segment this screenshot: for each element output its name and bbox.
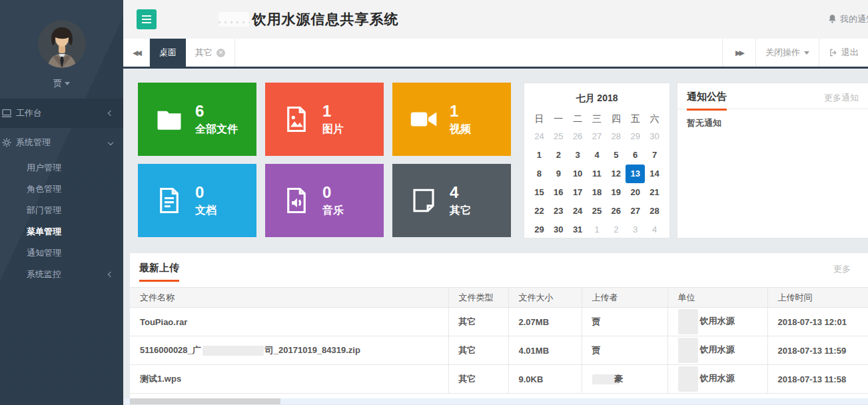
stat-card-documents[interactable]: 0文档 [138,164,256,237]
table-row[interactable]: 5116000028_广司_20171019_84319.zip 其它 4.01… [130,336,868,365]
calendar-day[interactable]: 2 [549,146,568,165]
calendar-day[interactable]: 4 [588,146,607,165]
calendar-day[interactable]: 29 [530,220,549,239]
avatar[interactable] [38,20,86,68]
double-chevron-left-icon: ◀◀ [133,49,140,57]
calendar-day[interactable]: 25 [588,202,607,220]
sidebar-item-system[interactable]: 系统管理 [0,128,123,157]
calendar-day[interactable]: 28 [645,202,664,220]
username[interactable]: 贾 [0,77,123,89]
my-notifications-link[interactable]: 我的通知 [827,13,868,25]
sidebar-subitem-label: 部门管理 [27,205,61,215]
close-operations-dropdown[interactable]: 关闭操作 [755,39,819,67]
calendar-day[interactable]: 10 [568,165,588,183]
logout-button[interactable]: 退出 [819,39,868,67]
calendar-day[interactable]: 28 [606,127,626,146]
sidebar-item-menus[interactable]: 菜单管理 [0,221,123,242]
calendar-day[interactable]: 26 [606,202,626,220]
sidebar-subitem-label: 系统监控 [27,269,61,279]
sidebar-subitem-label: 角色管理 [27,184,61,194]
calendar-day[interactable]: 1 [588,220,607,239]
hamburger-menu-button[interactable] [137,9,157,29]
uploads-panel-header: 最新上传 更多 [130,253,868,287]
stat-card-videos[interactable]: 1视频 [392,83,511,156]
cell-uploader: 贾 [582,336,667,365]
calendar-day[interactable]: 21 [645,183,664,202]
close-tab-icon[interactable]: ✕ [217,49,225,57]
calendar-day[interactable]: 6 [626,146,645,165]
caret-down-icon [65,82,70,85]
table-row[interactable]: 测试1.wps 其它 9.0KB 豪 饮用水源 2018-07-13 11:58 [130,365,868,394]
calendar-day[interactable]: 25 [549,127,568,146]
scrollbar-thumb[interactable] [130,398,280,404]
calendar-day[interactable]: 3 [626,220,645,239]
sidebar-subitem-label: 通知管理 [27,248,61,258]
sidebar-item-monitor[interactable]: 系统监控 [0,264,123,285]
calendar-day[interactable]: 31 [568,220,588,239]
calendar-day[interactable]: 23 [549,202,568,220]
sidebar-item-users[interactable]: 用户管理 [0,157,123,179]
calendar-day[interactable]: 19 [606,183,626,202]
sidebar-item-roles[interactable]: 角色管理 [0,179,123,200]
calendar-day[interactable]: 22 [530,202,549,220]
stat-card-music[interactable]: 0音乐 [265,164,384,237]
calendar-day[interactable]: 30 [549,220,568,239]
calendar-week-row: 15161718192021 [530,183,664,202]
notice-empty-text: 暂无通知 [677,109,868,137]
scroll-tabs-left-button[interactable]: ◀◀ [123,39,150,67]
calendar-day[interactable]: 1 [530,146,549,165]
calendar-day[interactable]: 9 [549,165,568,183]
calendar-day[interactable]: 16 [549,183,568,202]
calendar-day[interactable]: 13 [626,165,645,183]
more-uploads-link[interactable]: 更多 [833,263,851,275]
uploads-panel-title: 最新上传 [139,262,179,282]
calendar-day[interactable]: 27 [626,202,645,220]
stat-card-images[interactable]: 1图片 [265,83,384,156]
table-row[interactable]: TouPiao.rar 其它 2.07MB 贾 饮用水源 2018-07-13 … [130,308,868,336]
stat-card-other[interactable]: 4其它 [392,164,511,237]
calendar-day[interactable]: 18 [588,183,607,202]
col-file-name: 文件名称 [130,288,448,308]
calendar-weekday: 五 [626,110,645,127]
calendar-day[interactable]: 24 [568,202,588,220]
more-notices-link[interactable]: 更多通知 [824,92,859,104]
calendar-day[interactable]: 26 [568,127,588,146]
calendar-day[interactable]: 14 [645,165,664,183]
workbench-icon [1,108,12,119]
stat-label: 图片 [322,123,344,137]
redacted-text [678,309,698,334]
audio-file-icon [282,187,310,214]
calendar-day[interactable]: 3 [568,146,588,165]
stat-count: 1 [450,103,471,120]
sidebar-item-workbench[interactable]: 工作台 [0,99,123,128]
tab-desktop[interactable]: 桌面 [150,39,186,67]
cell-file-type: 其它 [448,336,508,365]
notice-panel-header: 通知公告 更多通知 [677,83,868,109]
calendar-day[interactable]: 8 [530,165,549,183]
calendar-day[interactable]: 29 [626,127,645,146]
calendar-day[interactable]: 20 [626,183,645,202]
calendar-day[interactable]: 30 [645,127,664,146]
horizontal-scrollbar[interactable] [125,398,868,404]
calendar-day[interactable]: 12 [606,165,626,183]
sidebar-subitem-label: 菜单管理 [27,226,61,236]
calendar-day[interactable]: 5 [606,146,626,165]
sidebar-item-notifications[interactable]: 通知管理 [0,242,123,264]
stat-count: 0 [322,184,344,201]
calendar-day[interactable]: 11 [588,165,607,183]
notice-panel-title: 通知公告 [687,91,727,111]
sidebar-item-departments[interactable]: 部门管理 [0,200,123,221]
cell-upload-time: 2018-07-13 11:59 [767,336,868,365]
calendar-day[interactable]: 27 [588,127,607,146]
scroll-tabs-right-button[interactable]: ▶▶ [722,39,755,67]
stat-card-all-files[interactable]: 6全部文件 [138,83,256,156]
calendar-day[interactable]: 17 [568,183,588,202]
calendar-day[interactable]: 15 [530,183,549,202]
tab-other[interactable]: 其它✕ [186,39,235,67]
calendar-day[interactable]: 7 [645,146,664,165]
calendar-day[interactable]: 4 [645,220,664,239]
redacted-text [678,366,698,392]
calendar-day[interactable]: 2 [606,220,626,239]
chevron-down-icon [108,140,113,145]
calendar-day[interactable]: 24 [530,127,549,146]
